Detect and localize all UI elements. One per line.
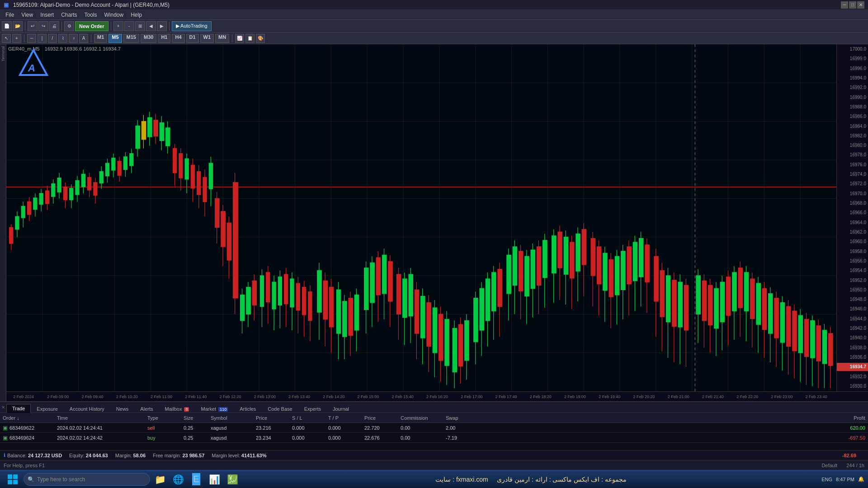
col-commission-header[interactable]: Commission — [398, 413, 443, 423]
price-16974: 16974.0 — [837, 170, 868, 178]
minimize-button[interactable]: ─ — [841, 1, 848, 9]
col-price-header[interactable]: Price — [253, 413, 289, 423]
col-tp-header[interactable]: T / P — [326, 413, 362, 423]
crosshair-btn[interactable]: + — [12, 34, 21, 43]
table-row[interactable]: ▣ 683469624 2024.02.02 14:24:42 buy 0.25… — [0, 433, 868, 443]
taskbar-browser1[interactable]: 🌐 — [170, 472, 186, 487]
menu-insert[interactable]: Insert — [37, 11, 57, 19]
tab-journal[interactable]: Journal — [327, 404, 355, 413]
order-symbol-1: xagusd — [208, 423, 253, 433]
new-btn[interactable]: 📄 — [2, 21, 12, 31]
chart-area[interactable]: GER40_m,M5 16932.9 16936.6 16932.1 16934… — [6, 44, 836, 391]
svg-rect-299 — [13, 480, 18, 484]
menu-view[interactable]: View — [18, 11, 37, 19]
svg-rect-151 — [370, 263, 374, 303]
tab-alerts[interactable]: Alerts — [134, 404, 159, 413]
tab-mailbox[interactable]: Mailbox 8 — [159, 404, 195, 413]
folder-icon: 📁 — [155, 474, 166, 485]
col-size-header[interactable]: Size — [181, 413, 208, 423]
taskbar-browser2[interactable]: E — [188, 472, 204, 487]
search-box[interactable]: 🔍 Type here to search — [24, 473, 150, 486]
fit-btn[interactable]: ⊞ — [135, 21, 145, 31]
start-button[interactable] — [4, 472, 22, 487]
price-16994: 16994.0 — [837, 74, 868, 82]
order-swap-2: -7.19 — [443, 433, 479, 443]
color-btn[interactable]: 🎨 — [256, 34, 265, 43]
menu-help[interactable]: Help — [127, 11, 146, 19]
chart-props-btn[interactable]: ⚙ — [64, 21, 74, 31]
tab-news[interactable]: News — [110, 404, 135, 413]
col-swap-header[interactable]: Swap — [443, 413, 479, 423]
svg-rect-183 — [474, 298, 478, 342]
open-btn[interactable]: 📂 — [13, 21, 23, 31]
scroll-right-btn[interactable]: ▶ — [157, 21, 167, 31]
tf-m5[interactable]: M5 — [108, 34, 122, 43]
tf-m1[interactable]: M1 — [94, 34, 107, 43]
tf-mn[interactable]: MN — [215, 34, 229, 43]
terminal-tab-vertical[interactable]: Terminal — [1, 46, 5, 61]
redo-btn[interactable]: ↪ — [38, 21, 48, 31]
tab-account-history[interactable]: Account History — [64, 404, 110, 413]
tab-market[interactable]: Market 110 — [195, 404, 234, 413]
svg-rect-141 — [336, 290, 340, 333]
taskbar-app1[interactable]: 📊 — [206, 472, 222, 487]
tab-articles[interactable]: Articles — [234, 404, 262, 413]
tf-h1[interactable]: H1 — [158, 34, 170, 43]
arabic-text-center: مجموعه : اف ایکس ماکسی : ارائه : ارمین ق… — [242, 476, 820, 483]
svg-rect-117 — [260, 276, 264, 306]
cursor-btn[interactable]: ↖ — [2, 34, 11, 43]
svg-rect-269 — [750, 279, 755, 319]
hline-btn[interactable]: ─ — [27, 34, 36, 43]
zoom-in-btn[interactable]: + — [113, 21, 123, 31]
svg-rect-159 — [396, 274, 401, 314]
col-time-header[interactable]: Time — [54, 413, 145, 423]
svg-rect-133 — [308, 292, 312, 321]
taskbar-file-manager[interactable]: 📁 — [152, 472, 168, 487]
menu-file[interactable]: File — [2, 11, 18, 19]
col-sl-header[interactable]: S / L — [289, 413, 326, 423]
tf-m30[interactable]: M30 — [141, 34, 156, 43]
scroll-left-btn[interactable]: ◀ — [146, 21, 156, 31]
col-order-header[interactable]: Order ↓ — [0, 413, 54, 423]
order-price2-2: 22.676 — [362, 433, 398, 443]
new-order-button[interactable]: New Order — [75, 21, 108, 31]
col-profit-header[interactable]: Profit — [479, 413, 868, 423]
tf-d1[interactable]: D1 — [186, 34, 199, 43]
tab-exposure[interactable]: Exposure — [31, 404, 63, 413]
maximize-button[interactable]: □ — [849, 1, 856, 9]
svg-rect-41 — [28, 202, 31, 214]
taskbar-app2[interactable]: 💹 — [224, 472, 241, 487]
tf-w1[interactable]: W1 — [200, 34, 214, 43]
tab-trade[interactable]: Trade — [6, 404, 31, 413]
undo-btn[interactable]: ↩ — [28, 21, 38, 31]
tab-experts[interactable]: Experts — [298, 404, 327, 413]
svg-rect-193 — [507, 255, 511, 293]
notification-icon[interactable]: 🔔 — [858, 476, 864, 482]
tab-codebase[interactable]: Code Base — [262, 404, 298, 413]
table-row[interactable]: ▣ 683469622 2024.02.02 14:24:41 sell 0.2… — [0, 423, 868, 433]
indicator-btn[interactable]: 📈 — [235, 34, 244, 43]
menu-charts[interactable]: Charts — [57, 11, 80, 19]
tline-btn[interactable]: / — [48, 34, 57, 43]
close-button[interactable]: ✕ — [857, 1, 864, 9]
col-type-header[interactable]: Type — [145, 413, 181, 423]
channel-btn[interactable]: ⌇ — [58, 34, 67, 43]
text-btn[interactable]: A — [79, 34, 88, 43]
autotrading-button[interactable]: ▶ AutoTrading — [172, 21, 212, 31]
fib-btn[interactable]: 𝄿 — [69, 34, 78, 43]
dt-sep1 — [24, 34, 24, 42]
col-price2-header[interactable]: Price — [362, 413, 398, 423]
col-symbol-header[interactable]: Symbol — [208, 413, 253, 423]
template-btn[interactable]: 📋 — [245, 34, 255, 43]
terminal-close-btn[interactable]: ✕ — [0, 402, 6, 413]
print-btn[interactable]: 🖨 — [49, 21, 59, 31]
mailbox-badge: 8 — [184, 407, 189, 412]
vline-btn[interactable]: | — [38, 34, 47, 43]
menu-window[interactable]: Window — [101, 11, 127, 19]
order-type-1: sell — [145, 423, 181, 433]
tf-m15[interactable]: M15 — [123, 34, 139, 43]
svg-rect-217 — [582, 230, 586, 265]
zoom-out-btn[interactable]: - — [124, 21, 134, 31]
tf-h4[interactable]: H4 — [172, 34, 184, 43]
menu-tools[interactable]: Tools — [81, 11, 101, 19]
